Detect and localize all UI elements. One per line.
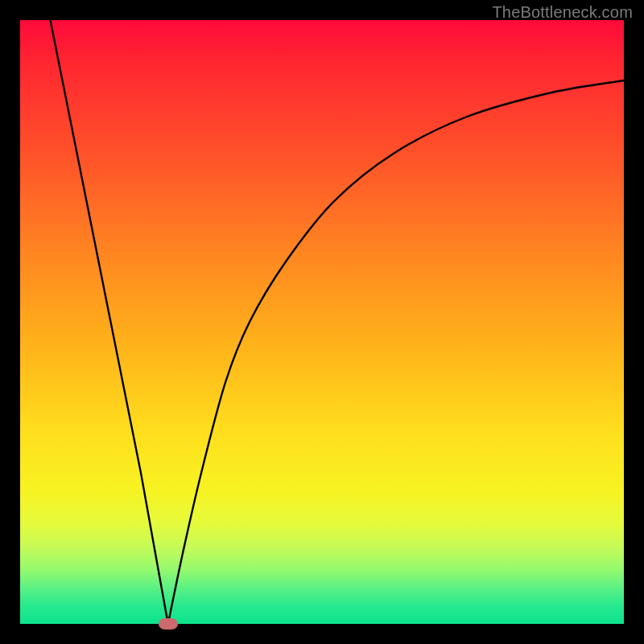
curve-right-branch xyxy=(168,80,624,624)
minimum-marker xyxy=(159,618,178,630)
plot-outer xyxy=(20,20,624,624)
chart-frame: TheBottleneck.com xyxy=(0,0,644,644)
curve-svg xyxy=(20,20,624,624)
curve-left-branch xyxy=(51,20,168,624)
watermark-text: TheBottleneck.com xyxy=(492,3,633,22)
